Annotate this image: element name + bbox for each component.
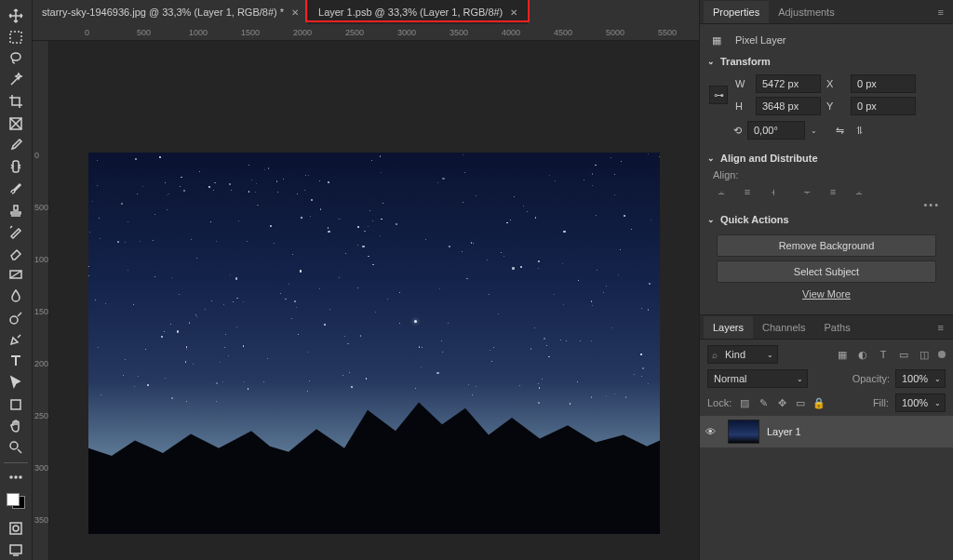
quick-actions-header[interactable]: ⌄ Quick Actions [707, 210, 946, 231]
hand-tool[interactable] [5, 416, 27, 435]
svg-rect-3 [13, 161, 19, 172]
opacity-label: Opacity: [852, 373, 890, 384]
width-field[interactable]: 5472 px [756, 74, 821, 93]
view-more-link[interactable]: View More [707, 288, 946, 300]
pixel-layer-icon: ▦ [707, 33, 726, 47]
color-swatch[interactable] [7, 493, 25, 510]
document-tab-0[interactable]: starry-sky-1946936.jpg @ 33,3% (Layer 1,… [33, 0, 309, 24]
quick-mask-toggle[interactable] [5, 518, 27, 538]
close-icon[interactable]: ✕ [510, 7, 517, 18]
blur-tool[interactable] [5, 287, 27, 306]
filter-shape-icon[interactable]: ▭ [897, 349, 910, 361]
filter-smart-icon[interactable]: ◫ [918, 349, 931, 361]
type-tool[interactable] [5, 352, 27, 371]
layers-panel-tabs: Layers Channels Paths ≡ [700, 315, 953, 340]
align-top-icon[interactable]: ⫟ [799, 184, 815, 199]
shape-tool[interactable] [5, 394, 27, 414]
document-tab-label: starry-sky-1946936.jpg @ 33,3% (Layer 1,… [42, 7, 284, 18]
eraser-tool[interactable] [5, 243, 27, 262]
filter-pixel-icon[interactable]: ▦ [836, 349, 849, 361]
lock-all-icon[interactable]: 🔒 [812, 397, 825, 409]
panel-menu-icon[interactable]: ≡ [933, 7, 949, 18]
zoom-tool[interactable] [5, 437, 27, 457]
align-right-icon[interactable]: ⫞ [765, 184, 782, 199]
y-field[interactable]: 0 px [851, 97, 916, 115]
pixel-layer-label: Pixel Layer [735, 34, 785, 46]
select-subject-button[interactable]: Select Subject [717, 260, 936, 283]
magic-wand-tool[interactable] [5, 71, 27, 90]
mountain-silhouette [88, 381, 660, 534]
filter-type-icon[interactable]: T [877, 349, 890, 361]
tab-layers[interactable]: Layers [704, 316, 753, 339]
panel-menu-icon[interactable]: ≡ [933, 322, 949, 333]
transform-section-header[interactable]: ⌄ Transform [707, 52, 946, 73]
lock-pos-icon[interactable]: ✥ [775, 397, 788, 409]
x-field[interactable]: 0 px [851, 74, 916, 93]
align-vcenter-icon[interactable]: ≡ [825, 184, 841, 199]
flip-v-icon[interactable]: ⥮ [855, 125, 864, 137]
properties-panel-tabs: Properties Adjustments ≡ [700, 0, 953, 24]
visibility-icon[interactable]: 👁 [705, 426, 720, 437]
link-wh-toggle[interactable]: ⊶ [709, 86, 728, 104]
svg-point-10 [20, 476, 21, 478]
svg-point-5 [10, 316, 18, 324]
move-tool[interactable] [5, 6, 27, 25]
lasso-tool[interactable] [5, 48, 27, 68]
svg-rect-0 [10, 32, 21, 43]
stamp-tool[interactable] [5, 200, 27, 220]
tab-channels[interactable]: Channels [753, 316, 814, 339]
h-label: H [735, 100, 750, 112]
properties-panel: ▦ Pixel Layer ⌄ Transform ⊶ W 5472 px X … [700, 24, 953, 315]
filter-toggle[interactable] [938, 351, 946, 358]
vertical-ruler: 0500100015002000250030003500 [33, 41, 49, 560]
height-field[interactable]: 3648 px [756, 97, 821, 115]
align-section-header[interactable]: ⌄ Align and Distribute [707, 149, 946, 169]
layer-name[interactable]: Layer 1 [767, 426, 801, 437]
dodge-tool[interactable] [5, 308, 27, 327]
filter-adjust-icon[interactable]: ◐ [856, 349, 869, 361]
path-select-tool[interactable] [5, 373, 27, 393]
lock-trans-icon[interactable]: ▨ [738, 397, 751, 409]
svg-point-8 [10, 476, 12, 478]
align-label: Align: [713, 169, 946, 180]
edit-toolbar-button[interactable] [5, 467, 27, 487]
document-tab-1[interactable]: Layer 1.psb @ 33,3% (Layer 1, RGB/8#) ✕ [309, 0, 528, 24]
crop-tool[interactable] [5, 92, 27, 112]
svg-point-9 [15, 476, 17, 478]
angle-dropdown-icon[interactable]: ⌄ [811, 127, 817, 135]
blend-mode-select[interactable]: Normal⌄ [707, 369, 808, 388]
svg-rect-6 [11, 400, 20, 409]
layer-thumb[interactable] [728, 420, 759, 444]
more-options-icon[interactable]: ••• [707, 199, 946, 210]
brush-tool[interactable] [5, 179, 27, 198]
close-icon[interactable]: ✕ [291, 7, 299, 18]
canvas-area[interactable] [49, 41, 699, 560]
canvas-image [88, 153, 660, 534]
screen-mode-toggle[interactable] [5, 540, 27, 560]
fill-field[interactable]: 100%⌄ [895, 393, 946, 412]
tab-paths[interactable]: Paths [815, 316, 860, 339]
eyedropper-tool[interactable] [5, 135, 27, 154]
remove-background-button[interactable]: Remove Background [717, 234, 936, 257]
lock-paint-icon[interactable]: ✎ [757, 397, 770, 409]
marquee-tool[interactable] [5, 27, 27, 47]
align-left-icon[interactable]: ⫠ [713, 184, 730, 199]
lock-nest-icon[interactable]: ▭ [794, 397, 807, 409]
gradient-tool[interactable] [5, 265, 27, 285]
frame-tool[interactable] [5, 113, 27, 133]
healing-tool[interactable] [5, 157, 27, 177]
align-hcenter-icon[interactable]: ≡ [739, 184, 756, 199]
angle-field[interactable]: 0,00° [747, 121, 805, 140]
layer-item[interactable]: 👁 Layer 1 [700, 416, 953, 447]
pen-tool[interactable] [5, 329, 27, 349]
w-label: W [735, 78, 750, 89]
history-brush-tool[interactable] [5, 221, 27, 241]
align-bottom-icon[interactable]: ⫠ [851, 184, 867, 199]
layer-filter-kind[interactable]: ⌕ Kind⌄ [707, 345, 778, 364]
tab-properties[interactable]: Properties [704, 1, 769, 23]
chevron-down-icon: ⌄ [707, 57, 715, 66]
opacity-field[interactable]: 100%⌄ [895, 369, 946, 388]
tab-adjustments[interactable]: Adjustments [769, 1, 844, 23]
angle-icon: ⟲ [733, 125, 742, 137]
flip-h-icon[interactable]: ⇋ [836, 125, 844, 137]
